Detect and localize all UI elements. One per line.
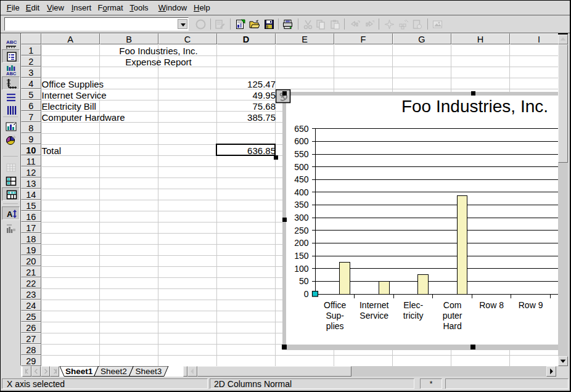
svg-text:500: 500 [294, 162, 309, 172]
svg-text:550: 550 [294, 149, 309, 159]
svg-text:Foo Industries, Inc.: Foo Industries, Inc. [401, 97, 548, 116]
svg-text:Row 8: Row 8 [479, 300, 504, 310]
svg-text:ABC: ABC [6, 71, 17, 76]
svg-text:0: 0 [304, 289, 309, 299]
svg-text:50: 50 [299, 276, 309, 286]
svg-text:600: 600 [294, 136, 309, 146]
svg-text:Service: Service [359, 311, 388, 321]
svg-text:puter: puter [443, 311, 462, 321]
svg-text:300: 300 [294, 213, 309, 223]
svg-text:plies: plies [326, 321, 344, 331]
svg-text:350: 350 [294, 200, 309, 210]
svg-text:450: 450 [294, 174, 309, 184]
svg-text:Elec-: Elec- [403, 300, 423, 310]
svg-text:A: A [7, 210, 13, 219]
svg-text:150: 150 [294, 251, 309, 261]
svg-text:tricity: tricity [403, 311, 424, 321]
svg-text:Com: Com [443, 300, 462, 310]
svg-text:100: 100 [294, 264, 309, 274]
svg-text:400: 400 [294, 187, 309, 197]
svg-text:Sheet1: Sheet1 [65, 367, 93, 376]
svg-text:200: 200 [294, 238, 309, 248]
svg-text:Hard: Hard [443, 321, 461, 331]
svg-text:Sup-: Sup- [326, 311, 344, 321]
svg-text:Row 9: Row 9 [519, 300, 543, 310]
svg-text:Internet: Internet [359, 300, 389, 310]
svg-text:Office: Office [324, 300, 347, 310]
svg-text:250: 250 [294, 226, 309, 235]
svg-text:ABC: ABC [6, 39, 17, 45]
svg-text:650: 650 [294, 124, 309, 134]
